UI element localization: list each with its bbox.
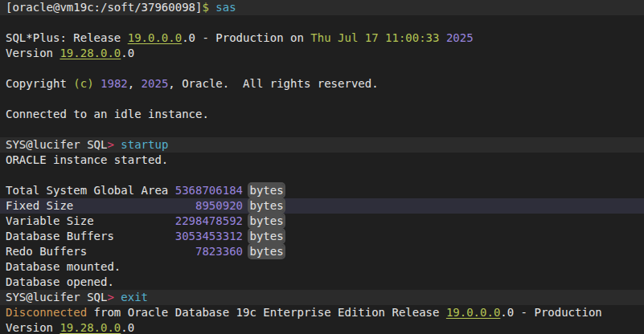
- sga-redo-buffers-line: Redo Buffers 7823360 bytes: [0, 244, 644, 259]
- status-text: Connected to an idle instance.: [6, 108, 209, 120]
- version-line: Version 19.28.0.0.0: [0, 320, 644, 334]
- spacer: [94, 77, 100, 90]
- sql-prompt-startup-line: SYS@lucifer SQL> startup: [0, 137, 644, 153]
- status-text: .0 - Production: [500, 306, 601, 319]
- stat-value: 2298478592: [175, 214, 243, 227]
- sql-command: startup: [121, 138, 168, 151]
- sga-total-line: Total System Global Area 5368706184 byte…: [0, 183, 644, 198]
- year: 2025: [142, 77, 169, 90]
- connected-status-line: Connected to an idle instance.: [0, 107, 644, 122]
- blank-line: [0, 92, 644, 107]
- sql-prompt-exit-line: SYS@lucifer SQL> exit: [0, 290, 644, 305]
- banner-text: .0: [121, 47, 134, 59]
- timestamp: Thu Jul 17 11:00:33: [310, 31, 439, 44]
- banner-text: .0: [121, 321, 134, 334]
- search-match: bytes: [249, 184, 283, 197]
- search-match: bytes: [249, 245, 283, 258]
- stat-label: Database Buffers: [6, 230, 175, 242]
- search-match: bytes: [249, 230, 283, 242]
- search-match: bytes: [249, 199, 283, 212]
- stat-label: Variable Size: [6, 214, 175, 227]
- blank-line: [0, 15, 644, 31]
- status-text: from Oracle Database 19c Enterprise Edit…: [87, 306, 446, 319]
- stat-value: 5368706184: [175, 184, 243, 197]
- database-opened-line: Database opened.: [0, 275, 644, 290]
- version-line: Version 19.28.0.0.0: [0, 46, 644, 61]
- year: 2025: [446, 31, 474, 44]
- version-link[interactable]: 19.28.0.0: [59, 47, 121, 59]
- terminal-window: [oracle@vm19c:/soft/37960098]$ sasSQL*Pl…: [0, 0, 644, 334]
- stat-value: 8950920: [195, 199, 243, 212]
- search-match: bytes: [249, 214, 283, 227]
- banner-text: Version: [6, 321, 59, 334]
- database-mounted-line: Database mounted.: [0, 259, 644, 275]
- disconnected-line: Disconnected from Oracle Database 19c En…: [0, 305, 644, 320]
- copyright-text: Copyright: [6, 77, 73, 90]
- prompt-symbol: >: [107, 138, 113, 151]
- stat-value: 7823360: [195, 245, 243, 258]
- blank-line: [0, 122, 644, 137]
- sga-database-buffers-line: Database Buffers 3053453312 bytes: [0, 229, 644, 244]
- stat-label: Redo Buffers: [6, 245, 195, 258]
- shell-prompt: [oracle@vm19c:/soft/37960098]: [6, 1, 202, 14]
- sga-variable-size-line: Variable Size 2298478592 bytes: [0, 214, 644, 229]
- sqlplus-banner-line: SQL*Plus: Release 19.0.0.0.0 - Productio…: [0, 31, 644, 46]
- copyright-text: ,: [128, 77, 142, 90]
- copyright-symbol: (c): [73, 77, 93, 90]
- prompt-symbol: >: [107, 291, 113, 303]
- status-text: Database mounted.: [6, 260, 121, 273]
- status-disconnected: Disconnected: [6, 306, 87, 319]
- spacer: [439, 31, 445, 44]
- banner-text: SQL*Plus: Release: [6, 31, 128, 44]
- sql-command: exit: [121, 291, 148, 303]
- stat-label: Total System Global Area: [6, 184, 175, 197]
- sql-prompt: SYS@lucifer SQL: [6, 291, 107, 303]
- version-link[interactable]: 19.0.0.0: [446, 306, 500, 319]
- version-link[interactable]: 19.28.0.0: [59, 321, 121, 334]
- status-text: Database opened.: [6, 275, 114, 288]
- year: 1982: [100, 77, 128, 90]
- prompt-symbol: $: [202, 1, 208, 14]
- stat-label: Fixed Size: [6, 199, 195, 212]
- version-link[interactable]: 19.0.0.0: [128, 31, 182, 44]
- instance-started-line: ORACLE instance started.: [0, 153, 644, 168]
- sga-fixed-size-line: Fixed Size 8950920 bytes: [0, 198, 644, 214]
- stat-value: 3053453312: [175, 230, 243, 242]
- blank-line: [0, 61, 644, 76]
- shell-prompt-line: [oracle@vm19c:/soft/37960098]$ sas: [0, 0, 644, 15]
- copyright-line: Copyright (c) 1982, 2025, Oracle. All ri…: [0, 76, 644, 92]
- copyright-text: , Oracle. All rights reserved.: [168, 77, 378, 90]
- shell-command: sas: [215, 1, 236, 14]
- sql-prompt: SYS@lucifer SQL: [6, 138, 107, 151]
- banner-text: Version: [6, 47, 59, 59]
- blank-line: [0, 168, 644, 183]
- status-text: ORACLE instance started.: [6, 153, 168, 166]
- banner-text: .0 - Production on: [182, 31, 310, 44]
